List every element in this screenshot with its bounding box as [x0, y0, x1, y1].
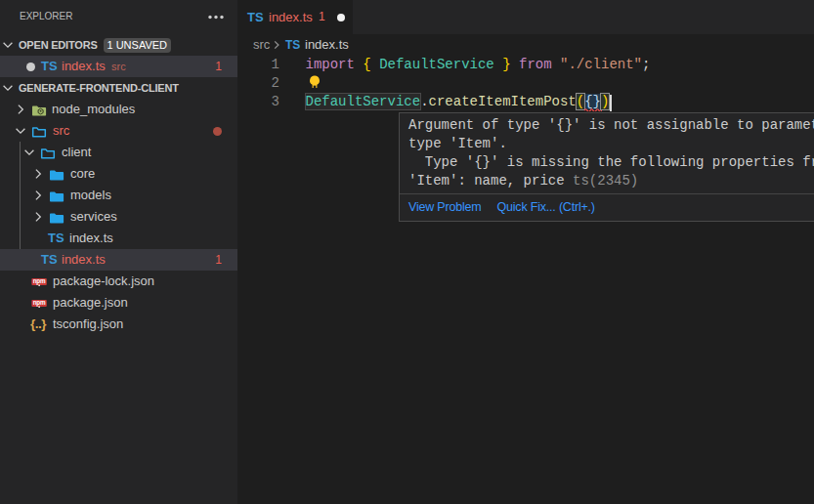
svg-text:npm: npm	[33, 299, 46, 307]
svg-text:npm: npm	[33, 277, 46, 285]
